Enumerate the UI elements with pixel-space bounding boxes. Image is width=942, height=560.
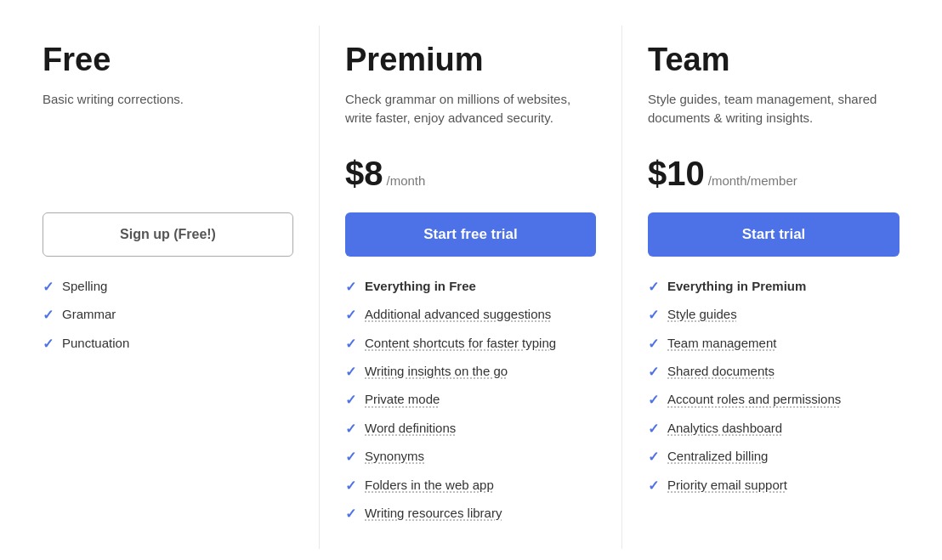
feature-text: Additional advanced suggestions xyxy=(365,305,551,323)
plan-description-team: Style guides, team management, shared do… xyxy=(648,90,899,141)
check-icon: ✓ xyxy=(648,278,659,297)
feature-text: Content shortcuts for faster typing xyxy=(365,334,556,352)
list-item: ✓Account roles and permissions xyxy=(648,390,899,410)
list-item: ✓Grammar xyxy=(43,305,293,325)
feature-text: Spelling xyxy=(62,277,107,295)
check-icon: ✓ xyxy=(345,477,356,495)
plan-title-premium: Premium xyxy=(345,42,596,78)
check-icon: ✓ xyxy=(648,335,659,354)
feature-text: Centralized billing xyxy=(667,447,768,465)
list-item: ✓Synonyms xyxy=(345,447,596,467)
list-item: ✓Priority email support xyxy=(648,476,899,495)
price-amount-premium: $8 xyxy=(345,155,383,193)
list-item: ✓Punctuation xyxy=(43,334,293,354)
list-item: ✓Content shortcuts for faster typing xyxy=(345,334,596,354)
list-item: ✓Word definitions xyxy=(345,419,596,438)
plan-price-free xyxy=(43,155,293,197)
check-icon: ✓ xyxy=(43,306,54,325)
plan-title-team: Team xyxy=(648,42,899,78)
check-icon: ✓ xyxy=(345,391,356,410)
plan-col-free: FreeBasic writing corrections.Sign up (F… xyxy=(17,25,320,549)
feature-list-premium: ✓Everything in Free✓Additional advanced … xyxy=(345,277,596,524)
plan-description-premium: Check grammar on millions of websites, w… xyxy=(345,90,596,141)
feature-text: Word definitions xyxy=(365,419,456,437)
plan-price-team: $10/month/member xyxy=(648,155,899,197)
pricing-grid: FreeBasic writing corrections.Sign up (F… xyxy=(17,25,925,549)
check-icon: ✓ xyxy=(345,306,356,325)
plan-col-premium: PremiumCheck grammar on millions of webs… xyxy=(320,25,622,549)
check-icon: ✓ xyxy=(345,278,356,297)
list-item: ✓Centralized billing xyxy=(648,447,899,467)
list-item: ✓Writing resources library xyxy=(345,504,596,523)
feature-text: Grammar xyxy=(62,305,116,323)
plan-button-premium[interactable]: Start free trial xyxy=(345,212,596,257)
feature-text: Punctuation xyxy=(62,334,129,352)
feature-text: Synonyms xyxy=(365,447,424,465)
check-icon: ✓ xyxy=(648,306,659,325)
check-icon: ✓ xyxy=(648,391,659,410)
feature-text: Private mode xyxy=(365,390,440,408)
price-amount-team: $10 xyxy=(648,155,705,193)
feature-text: Account roles and permissions xyxy=(667,390,841,408)
plan-price-premium: $8/month xyxy=(345,155,596,197)
feature-text: Shared documents xyxy=(667,362,775,380)
list-item: ✓Spelling xyxy=(43,277,293,297)
feature-text: Analytics dashboard xyxy=(667,419,782,437)
list-item: ✓Style guides xyxy=(648,305,899,325)
feature-text: Everything in Premium xyxy=(667,277,806,295)
list-item: ✓Folders in the web app xyxy=(345,476,596,495)
plan-button-team[interactable]: Start trial xyxy=(648,212,899,257)
check-icon: ✓ xyxy=(648,363,659,382)
check-icon: ✓ xyxy=(345,448,356,467)
check-icon: ✓ xyxy=(43,335,54,354)
check-icon: ✓ xyxy=(648,448,659,467)
plan-description-free: Basic writing corrections. xyxy=(43,90,293,141)
feature-list-free: ✓Spelling✓Grammar✓Punctuation xyxy=(43,277,293,354)
plan-title-free: Free xyxy=(43,42,293,78)
check-icon: ✓ xyxy=(345,363,356,382)
feature-list-team: ✓Everything in Premium✓Style guides✓Team… xyxy=(648,277,899,495)
feature-text: Style guides xyxy=(667,305,737,323)
price-period-premium: /month xyxy=(387,173,426,188)
list-item: ✓Everything in Free xyxy=(345,277,596,297)
check-icon: ✓ xyxy=(345,335,356,354)
plan-col-team: TeamStyle guides, team management, share… xyxy=(622,25,925,549)
plan-button-free[interactable]: Sign up (Free!) xyxy=(43,212,293,257)
check-icon: ✓ xyxy=(345,505,356,523)
list-item: ✓Private mode xyxy=(345,390,596,410)
check-icon: ✓ xyxy=(345,420,356,438)
check-icon: ✓ xyxy=(43,278,54,297)
list-item: ✓Analytics dashboard xyxy=(648,419,899,438)
list-item: ✓Additional advanced suggestions xyxy=(345,305,596,325)
feature-text: Writing resources library xyxy=(365,504,502,522)
feature-text: Priority email support xyxy=(667,476,787,494)
price-period-team: /month/member xyxy=(708,173,797,188)
feature-text: Everything in Free xyxy=(365,277,476,295)
feature-text: Folders in the web app xyxy=(365,476,494,494)
feature-text: Team management xyxy=(667,334,776,352)
check-icon: ✓ xyxy=(648,420,659,438)
list-item: ✓Everything in Premium xyxy=(648,277,899,297)
feature-text: Writing insights on the go xyxy=(365,362,508,380)
list-item: ✓Team management xyxy=(648,334,899,354)
list-item: ✓Shared documents xyxy=(648,362,899,382)
list-item: ✓Writing insights on the go xyxy=(345,362,596,382)
check-icon: ✓ xyxy=(648,477,659,495)
